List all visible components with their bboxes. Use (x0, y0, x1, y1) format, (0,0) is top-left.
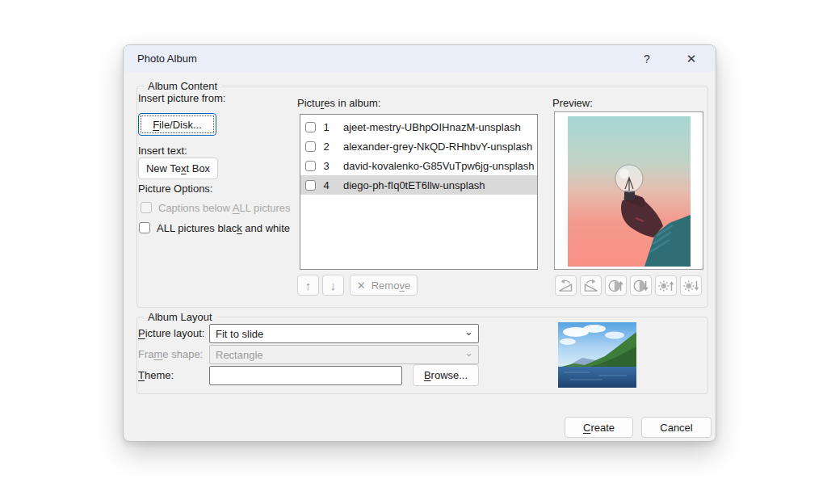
preview-image-lightbulb (568, 116, 691, 267)
new-text-box-button[interactable]: New Text Box (138, 158, 218, 179)
layout-thumbnail-image (558, 322, 636, 388)
checkbox-icon[interactable] (305, 180, 316, 191)
rotate-left-icon (557, 279, 574, 293)
picture-layout-label: Picture layout: (138, 327, 204, 339)
help-button[interactable]: ? (633, 45, 661, 72)
create-button[interactable]: Create (565, 417, 633, 438)
move-down-button[interactable]: ↓ (322, 275, 344, 296)
contrast-increase-button[interactable] (605, 275, 627, 296)
preview-box (554, 111, 703, 270)
chevron-down-icon: ⌄ (464, 326, 473, 338)
checkbox-icon[interactable] (305, 161, 316, 171)
checkbox-icon[interactable] (139, 222, 150, 233)
frame-shape-select: Rectangle ⌄ (209, 345, 479, 364)
pictures-in-album-label: Pictures in album: (297, 97, 380, 109)
checkbox-icon (141, 202, 152, 213)
close-icon: ✕ (686, 52, 697, 66)
browse-button[interactable]: Browse... (413, 364, 479, 386)
remove-button[interactable]: ✕ Remove (350, 275, 418, 296)
arrow-up-icon: ↑ (305, 279, 312, 292)
contrast-decrease-button[interactable] (630, 275, 652, 296)
preview-toolbar (555, 275, 702, 296)
album-content-group-label: Album Content (144, 80, 221, 92)
cancel-button[interactable]: Cancel (641, 417, 712, 438)
rotate-right-icon (582, 279, 599, 293)
rotate-right-button[interactable] (580, 275, 602, 296)
theme-label: Theme: (138, 369, 174, 381)
frame-shape-label: Frame shape: (138, 348, 203, 360)
rotate-left-button[interactable] (555, 275, 577, 296)
photo-album-dialog: Photo Album ? ✕ Album Content Insert pic… (123, 44, 716, 442)
checkbox-icon[interactable] (305, 141, 316, 152)
pictures-listbox[interactable]: 1 ajeet-mestry-UBhpOIHnazM-unsplash 2 al… (300, 114, 538, 270)
arrow-down-icon: ↓ (330, 279, 337, 292)
contrast-decrease-icon (632, 279, 649, 293)
black-and-white-checkbox[interactable]: ALL pictures black and white (139, 221, 290, 234)
dialog-titlebar: Photo Album ? ✕ (124, 45, 716, 72)
help-icon: ? (644, 52, 650, 65)
theme-input[interactable] (209, 366, 402, 385)
brightness-increase-icon (657, 279, 674, 293)
checkbox-icon[interactable] (305, 122, 316, 132)
list-item[interactable]: 2 alexander-grey-NkQD-RHhbvY-unsplash (300, 136, 537, 156)
remove-x-icon: ✕ (357, 279, 366, 292)
close-button[interactable]: ✕ (678, 45, 705, 72)
brightness-increase-button[interactable] (655, 275, 677, 296)
list-item-selected[interactable]: 4 diego-ph-fIq0tET6llw-unsplash (300, 175, 537, 195)
preview-label: Preview: (552, 97, 593, 109)
picture-layout-select[interactable]: Fit to slide ⌄ (209, 324, 479, 343)
picture-options-label: Picture Options: (138, 183, 213, 195)
move-up-button[interactable]: ↑ (297, 275, 319, 296)
captions-below-checkbox: Captions below ALL pictures (141, 201, 291, 214)
contrast-increase-icon (607, 279, 624, 293)
album-layout-group-label: Album Layout (144, 311, 216, 323)
brightness-decrease-icon (682, 279, 699, 293)
dialog-title: Photo Album (124, 52, 197, 65)
insert-text-label: Insert text: (138, 145, 187, 157)
list-item[interactable]: 1 ajeet-mestry-UBhpOIHnazM-unsplash (300, 117, 537, 136)
list-item[interactable]: 3 david-kovalenko-G85VuTpw6jg-unsplash (300, 156, 537, 175)
chevron-down-icon: ⌄ (464, 346, 473, 359)
brightness-decrease-button[interactable] (680, 275, 702, 296)
insert-picture-from-label: Insert picture from: (138, 92, 225, 104)
file-disk-button[interactable]: File/Disk... (138, 113, 216, 136)
